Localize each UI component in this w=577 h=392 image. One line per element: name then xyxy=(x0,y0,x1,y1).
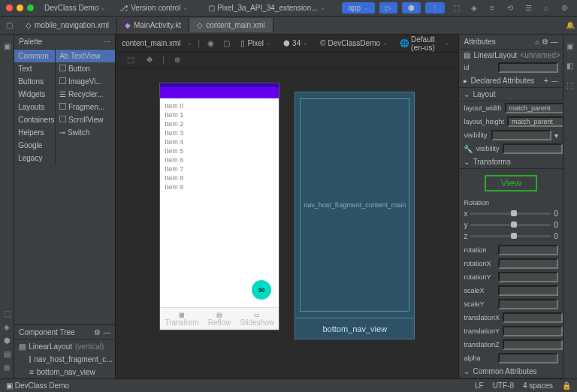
blueprint-main[interactable]: nav_host_fragment_content_main xyxy=(300,98,409,312)
palette-cat[interactable]: Legacy xyxy=(14,152,55,164)
toolbar-icon-5[interactable]: ☰ xyxy=(521,2,535,15)
id-input[interactable] xyxy=(498,62,558,73)
palette-item[interactable]: ☰ Recycler... xyxy=(56,88,115,101)
layout-section[interactable]: ⌄Layout xyxy=(459,88,562,101)
toolbar-icon-1[interactable]: ⬚ xyxy=(449,2,463,15)
more-button[interactable]: ⋮ xyxy=(425,2,445,14)
palette-cat[interactable]: Google xyxy=(14,139,55,152)
tree-item[interactable]: ≡bottom_nav_view xyxy=(14,366,115,378)
attr-input[interactable] xyxy=(498,353,558,363)
rail-icon-2[interactable]: ◈ xyxy=(0,320,14,333)
toolbar-icon-3[interactable]: ≡ xyxy=(485,2,499,15)
blueprint-preview[interactable]: nav_host_fragment_content_main bottom_na… xyxy=(295,92,415,339)
vcs-dropdown[interactable]: ⎇Version control⌄ xyxy=(116,4,191,12)
layout-width-input[interactable] xyxy=(505,103,563,113)
palette-cat[interactable]: Text xyxy=(14,62,55,75)
line-sep[interactable]: LF xyxy=(475,381,484,390)
design-preview[interactable]: Item 0 Item 1 Item 2 Item 3 Item 4 Item … xyxy=(159,83,279,330)
notifications-icon[interactable]: 🔔 xyxy=(563,19,577,32)
palette-item[interactable]: ImageVi... xyxy=(56,75,115,88)
layout-height-input[interactable] xyxy=(507,116,563,127)
run-button[interactable]: ▷ xyxy=(379,2,397,14)
tree-item[interactable]: nav_host_fragment_c... xyxy=(14,353,115,366)
transforms-section[interactable]: ⌄Transforms xyxy=(459,155,562,169)
api-pill[interactable]: ⬢34⌄ xyxy=(280,38,311,48)
locale-pill[interactable]: 🌐Default (en-us)⌄ xyxy=(397,35,452,53)
common-section[interactable]: ⌄Common Attributes xyxy=(459,365,562,378)
lock-icon[interactable]: 🔒 xyxy=(562,381,571,390)
zoom-icon[interactable]: ⊕ xyxy=(171,53,184,67)
tree-root[interactable]: ▤LinearLayout (vertical) xyxy=(14,340,115,353)
project-dropdown[interactable]: DevClass Demo⌄ xyxy=(41,4,109,12)
run-config-dropdown[interactable]: app⌄ xyxy=(342,2,375,14)
design-mode-icon[interactable]: ◉ xyxy=(206,37,216,50)
right-rail-icon[interactable]: ◧ xyxy=(563,59,577,72)
palette-cat[interactable]: Buttons xyxy=(14,75,55,88)
tools-visibility-input[interactable] xyxy=(503,143,563,154)
plus-icon[interactable]: + xyxy=(544,77,548,85)
search-icon[interactable]: ⌕ xyxy=(535,38,539,46)
wrench-icon: 🔧 xyxy=(464,145,473,153)
window-controls[interactable] xyxy=(6,5,34,11)
palette-menu[interactable]: ⋯ xyxy=(103,38,110,46)
search-icon[interactable]: ⌕ xyxy=(539,2,553,15)
palette-item[interactable]: ScrollView xyxy=(56,113,115,126)
palette-cat[interactable]: Widgets xyxy=(14,88,55,101)
palette-item[interactable]: Button xyxy=(56,62,115,75)
attr-input[interactable] xyxy=(503,312,563,323)
tab-content-main[interactable]: ◇content_main.xml xyxy=(189,18,273,32)
nav-icon: ≡ xyxy=(29,368,34,376)
project-tool-icon[interactable]: ▢ xyxy=(0,19,18,32)
encoding[interactable]: UTF-8 xyxy=(493,381,514,390)
theme-pill[interactable]: ©DevClassDemo⌄ xyxy=(317,38,391,48)
blueprint-bottom[interactable]: bottom_nav_view xyxy=(295,318,414,339)
toolbar-icon-4[interactable]: ⟲ xyxy=(503,2,517,15)
gear-icon[interactable]: ⚙ — xyxy=(94,328,110,336)
folder-icon[interactable]: ▣ xyxy=(0,39,14,53)
toolbar-icon-2[interactable]: ◈ xyxy=(467,2,481,15)
gear-icon[interactable]: ⚙ xyxy=(542,38,548,46)
xml-icon: ◇ xyxy=(26,21,32,29)
slideshow-icon: ▭ xyxy=(240,312,275,318)
pan-icon[interactable]: ✥ xyxy=(143,53,156,67)
palette-cat[interactable]: Containers xyxy=(14,113,55,126)
gear-icon[interactable]: ⚙ xyxy=(557,2,571,15)
attr-input[interactable] xyxy=(498,299,558,309)
palette-cat-common[interactable]: Common xyxy=(14,50,55,62)
palette-item[interactable]: ⊸ Switch xyxy=(56,126,115,139)
device-pill[interactable]: ▯Pixel⌄ xyxy=(237,38,274,48)
attr-input[interactable] xyxy=(503,326,563,336)
attr-input[interactable] xyxy=(498,258,558,269)
tab-mainactivity[interactable]: ◆MainActivity.kt xyxy=(117,18,189,32)
debug-button[interactable]: ⬢ xyxy=(402,2,421,14)
attr-input[interactable] xyxy=(498,272,558,282)
select-icon[interactable]: ⬚ xyxy=(123,53,137,67)
rail-icon-4[interactable]: ⊞ xyxy=(0,360,14,374)
dropdown-icon[interactable]: ▾ xyxy=(554,131,558,140)
x-slider[interactable] xyxy=(470,213,551,215)
y-slider[interactable] xyxy=(470,224,551,226)
list-item: Item 2 xyxy=(165,119,274,128)
tab-mobile-navigation[interactable]: ◇mobile_navigation.xml xyxy=(18,18,117,32)
device-selector[interactable]: ▢Pixel_3a_API_34_extension...⌄ xyxy=(205,4,328,12)
palette-item-textview[interactable]: Ab TextView xyxy=(56,50,115,62)
list-item: Item 4 xyxy=(165,137,274,146)
right-rail-icon[interactable]: ▣ xyxy=(563,39,577,53)
palette-item[interactable]: Fragmen... xyxy=(56,101,115,113)
rail-icon-1[interactable]: ⬚ xyxy=(0,306,14,320)
z-slider[interactable] xyxy=(470,235,551,237)
indent[interactable]: 4 spaces xyxy=(523,381,553,390)
palette-cat[interactable]: Layouts xyxy=(14,101,55,113)
terminal-icon[interactable]: ▤ xyxy=(0,347,14,360)
visibility-input[interactable] xyxy=(491,130,551,140)
attr-input[interactable] xyxy=(498,245,558,255)
attr-input[interactable] xyxy=(498,285,558,296)
right-rail-icon[interactable]: ⬚ xyxy=(563,78,577,92)
palette-cat[interactable]: Helpers xyxy=(14,126,55,139)
phone-icon: ▯ xyxy=(240,39,245,47)
list-item: Item 9 xyxy=(165,182,274,191)
declared-section[interactable]: ▸Declared Attributes+ — xyxy=(459,74,562,88)
orientation-icon[interactable]: ▢ xyxy=(222,37,231,50)
attr-input[interactable] xyxy=(503,339,563,350)
rail-icon-3[interactable]: ⬢ xyxy=(0,333,14,347)
